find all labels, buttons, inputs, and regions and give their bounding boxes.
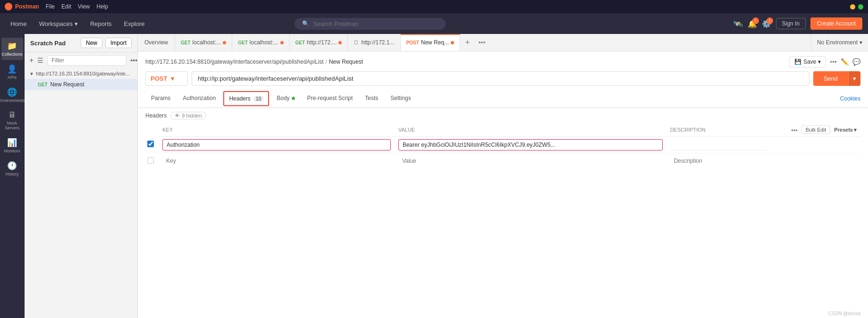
add-collection-btn[interactable]: + bbox=[29, 56, 34, 65]
col-value: VALUE bbox=[395, 123, 666, 137]
breadcrumb-base[interactable]: http://172.16.20.154:8810/gateway/interf… bbox=[145, 59, 324, 65]
sign-in-button[interactable]: Sign In bbox=[776, 18, 806, 29]
save-chevron-icon: ▾ bbox=[818, 59, 821, 65]
history-icon: 🕐 bbox=[7, 161, 17, 171]
list-view-btn[interactable]: ☰ bbox=[37, 57, 43, 64]
sidebar-item-apis[interactable]: 👤 APIs bbox=[1, 61, 23, 83]
nav-explore[interactable]: Explore bbox=[119, 18, 150, 29]
sidebar-item-environments[interactable]: 🌐 Environments bbox=[1, 84, 23, 106]
presets-button[interactable]: Presets ▾ bbox=[834, 127, 857, 133]
notification-icon-btn[interactable]: 🔔 ! bbox=[748, 19, 757, 28]
value-input-empty[interactable] bbox=[398, 156, 663, 166]
description-input-empty[interactable] bbox=[670, 156, 767, 166]
method-label: POST bbox=[151, 75, 167, 82]
settings-icon-btn[interactable]: ⚙️ ! bbox=[762, 19, 771, 28]
satellite-icon-btn[interactable]: 🛰️ bbox=[733, 19, 743, 28]
tab-more-button[interactable]: ••• bbox=[475, 34, 489, 51]
tab3-method: GET bbox=[295, 40, 305, 45]
key-input-0[interactable] bbox=[162, 139, 391, 151]
method-selector[interactable]: POST ▾ bbox=[145, 71, 188, 86]
sidebar-item-monitors[interactable]: 📊 Monitors bbox=[1, 134, 23, 157]
table-actions: ••• Bulk Edit Presets ▾ bbox=[775, 126, 857, 134]
tab1-method: GET bbox=[181, 40, 191, 45]
req-tab-settings[interactable]: Settings bbox=[385, 91, 416, 106]
tab3-name: http://172.... bbox=[307, 39, 337, 46]
tab5-method: POST bbox=[406, 40, 419, 45]
menu-view[interactable]: View bbox=[78, 3, 90, 10]
nav-reports[interactable]: Reports bbox=[85, 18, 117, 29]
apis-label: APIs bbox=[8, 75, 17, 80]
create-account-button[interactable]: Create Account bbox=[810, 17, 862, 30]
tab4-icon: 🗋 bbox=[354, 39, 359, 46]
req-tab-authorization[interactable]: Authorization bbox=[177, 91, 221, 106]
window-maximize[interactable] bbox=[858, 4, 863, 9]
request-area: http://172.16.20.154:8810/gateway/interf… bbox=[138, 51, 868, 90]
edit-icon-btn[interactable]: ✏️ bbox=[841, 58, 849, 66]
headers-section-label: Headers bbox=[145, 112, 167, 119]
send-button: Send ▾ bbox=[813, 71, 860, 86]
search-bar[interactable]: 🔍 bbox=[295, 18, 446, 30]
import-button[interactable]: Import bbox=[105, 38, 132, 48]
body-dot-indicator bbox=[292, 97, 295, 100]
more-options-btn[interactable]: ••• bbox=[830, 58, 837, 66]
new-button[interactable]: New bbox=[81, 38, 102, 48]
mock-servers-icon: 🖥 bbox=[8, 110, 16, 120]
tab-4[interactable]: 🗋 http://172.1... bbox=[348, 34, 400, 51]
breadcrumb-separator: / bbox=[326, 59, 327, 65]
sidebar-item-collections[interactable]: 📁 Collections bbox=[1, 38, 23, 60]
eye-icon: 👁 bbox=[175, 113, 180, 118]
breadcrumb-current: New Request bbox=[329, 59, 363, 65]
value-input-0[interactable] bbox=[398, 139, 663, 151]
row-checkbox-0[interactable] bbox=[147, 141, 154, 147]
tab-5-active[interactable]: POST New Req... bbox=[401, 34, 461, 51]
collection-item[interactable]: ▼ http://172.16.20.154:8810/gateway/inte… bbox=[25, 68, 137, 79]
collection-search[interactable] bbox=[47, 55, 126, 66]
headers-label-row: Headers 👁 9 hidden bbox=[145, 108, 860, 123]
window-minimize[interactable] bbox=[850, 4, 855, 9]
search-input[interactable] bbox=[313, 20, 438, 27]
environments-icon: 🌐 bbox=[7, 87, 17, 97]
menu-file[interactable]: File bbox=[46, 3, 55, 10]
save-icon: 💾 bbox=[794, 59, 801, 65]
sidebar-more-btn[interactable]: ••• bbox=[130, 57, 137, 64]
apis-icon: 👤 bbox=[7, 64, 17, 74]
collections-label: Collections bbox=[1, 52, 22, 57]
send-dropdown-button[interactable]: ▾ bbox=[848, 71, 860, 86]
save-button[interactable]: 💾 Save ▾ bbox=[789, 56, 826, 67]
cookies-link[interactable]: Cookies bbox=[840, 92, 860, 106]
request-item[interactable]: GET New Request bbox=[25, 79, 137, 90]
req-tab-pre-request-script[interactable]: Pre-request Script bbox=[302, 91, 359, 106]
description-input-0[interactable] bbox=[670, 140, 767, 151]
req-tab-params[interactable]: Params bbox=[145, 91, 176, 106]
tab-2[interactable]: GET localhost:... bbox=[232, 34, 289, 51]
url-input[interactable] bbox=[192, 71, 809, 86]
send-main-button[interactable]: Send bbox=[813, 71, 848, 86]
col-key: KEY bbox=[159, 123, 395, 137]
sidebar-item-mock-servers[interactable]: 🖥 Mock Servers bbox=[1, 107, 23, 134]
nav-workspaces[interactable]: Workspaces ▾ bbox=[34, 18, 83, 29]
content-area: Overview GET localhost:... GET localhost… bbox=[138, 34, 868, 318]
menu-help[interactable]: Help bbox=[97, 3, 109, 10]
req-tab-tests[interactable]: Tests bbox=[359, 91, 384, 106]
header-row-0 bbox=[145, 137, 860, 153]
row-checkbox-empty[interactable] bbox=[147, 157, 154, 164]
key-input-empty[interactable] bbox=[162, 156, 391, 166]
comment-icon-btn[interactable]: 💬 bbox=[852, 58, 860, 66]
tabs-bar: Overview GET localhost:... GET localhost… bbox=[138, 34, 868, 51]
req-tab-body[interactable]: Body bbox=[271, 91, 300, 106]
tab-add-button[interactable]: + bbox=[460, 34, 475, 51]
req-tab-headers[interactable]: Headers 10 bbox=[223, 91, 269, 106]
sidebar-item-history[interactable]: 🕐 History bbox=[1, 158, 23, 180]
sidebar-header: Scratch Pad New Import bbox=[25, 34, 137, 52]
tab2-name: localhost:... bbox=[250, 39, 278, 46]
nav-home[interactable]: Home bbox=[6, 18, 32, 29]
tab-3[interactable]: GET http://172.... bbox=[290, 34, 348, 51]
mock-servers-label: Mock Servers bbox=[3, 121, 21, 130]
env-selector[interactable]: No Environment ▾ bbox=[811, 34, 868, 51]
tab-1[interactable]: GET localhost:... bbox=[175, 34, 232, 51]
tab-overview[interactable]: Overview bbox=[138, 34, 175, 51]
table-more-icon[interactable]: ••• bbox=[791, 126, 798, 134]
bulk-edit-button[interactable]: Bulk Edit bbox=[801, 126, 830, 134]
menu-edit[interactable]: Edit bbox=[61, 3, 71, 10]
tab2-dot bbox=[280, 41, 284, 44]
